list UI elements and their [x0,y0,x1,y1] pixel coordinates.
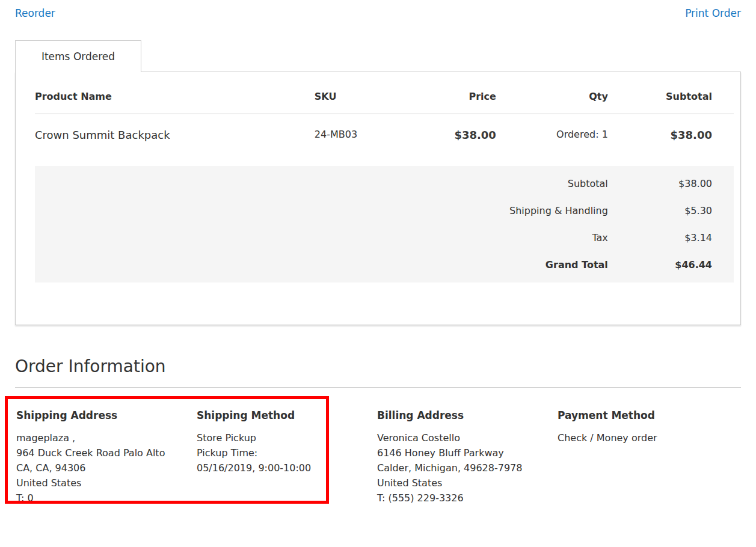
shipping-method-line: Pickup Time: [197,445,365,460]
totals-row-shipping: Shipping & Handling $5.30 [35,197,734,224]
address-line: CA, CA, 94306 [16,460,185,475]
address-phone: T: 0 [16,490,185,506]
section-divider [15,387,741,388]
totals-label: Grand Total [35,251,608,283]
col-header-subtotal: Subtotal [608,72,734,114]
address-line: 6146 Honey Bluff Parkway [377,445,545,460]
billing-address-block: Billing Address Veronica Costello 6146 H… [377,409,558,506]
address-line: United States [377,475,545,490]
items-ordered-panel: Product Name SKU Price Qty Subtotal Crow… [15,72,741,325]
totals-value: $46.44 [608,251,734,283]
address-line: United States [16,475,185,490]
totals-label: Subtotal [35,166,608,197]
order-item-row: Crown Summit Backpack 24-MB03 $38.00 Ord… [35,114,734,167]
totals-value: $3.14 [608,224,734,251]
product-price: $38.00 [419,114,496,167]
payment-method-title: Payment Method [558,409,726,422]
totals-row-subtotal: Subtotal $38.00 [35,166,734,197]
shipping-method-block: Shipping Method Store Pickup Pickup Time… [197,409,377,506]
items-table-header: Product Name SKU Price Qty Subtotal [35,72,734,114]
shipping-address-title: Shipping Address [16,409,185,422]
row-subtotal: $38.00 [608,114,734,167]
order-view-page: Reorder Print Order Items Ordered Produc… [0,0,756,506]
address-line: Calder, Michigan, 49628-7978 [377,460,545,475]
totals-row-tax: Tax $3.14 [35,224,734,251]
items-table: Product Name SKU Price Qty Subtotal Crow… [35,72,734,283]
payment-method-line: Check / Money order [558,430,726,445]
product-name: Crown Summit Backpack [35,114,315,167]
totals-value: $5.30 [608,197,734,224]
product-qty: Ordered: 1 [496,114,608,167]
reorder-link[interactable]: Reorder [15,7,55,20]
col-header-price: Price [419,72,496,114]
totals-value: $38.00 [608,166,734,197]
address-line: Veronica Costello [377,430,545,445]
order-information-title: Order Information [15,356,741,377]
col-header-sku: SKU [315,72,419,114]
totals-label: Tax [35,224,608,251]
shipping-address-block: Shipping Address mageplaza , 964 Duck Cr… [16,409,197,506]
totals-label: Shipping & Handling [35,197,608,224]
address-line: 964 Duck Creek Road Palo Alto [16,445,185,460]
payment-method-block: Payment Method Check / Money order [558,409,738,506]
billing-address-title: Billing Address [377,409,545,422]
tab-items-ordered[interactable]: Items Ordered [15,40,141,72]
address-phone: T: (555) 229-3326 [377,490,545,506]
address-line: mageplaza , [16,430,185,445]
totals-row-grand-total: Grand Total $46.44 [35,251,734,283]
order-totals: Subtotal $38.00 Shipping & Handling $5.3… [35,166,734,283]
print-order-link[interactable]: Print Order [685,7,741,20]
shipping-method-title: Shipping Method [197,409,365,422]
shipping-method-line: 05/16/2019, 9:00-10:00 [197,460,365,475]
col-header-qty: Qty [496,72,608,114]
order-information-blocks: Shipping Address mageplaza , 964 Duck Cr… [15,409,741,506]
shipping-method-line: Store Pickup [197,430,365,445]
order-actions-bar: Reorder Print Order [15,0,741,20]
col-header-product-name: Product Name [35,72,315,114]
product-sku: 24-MB03 [315,114,419,167]
